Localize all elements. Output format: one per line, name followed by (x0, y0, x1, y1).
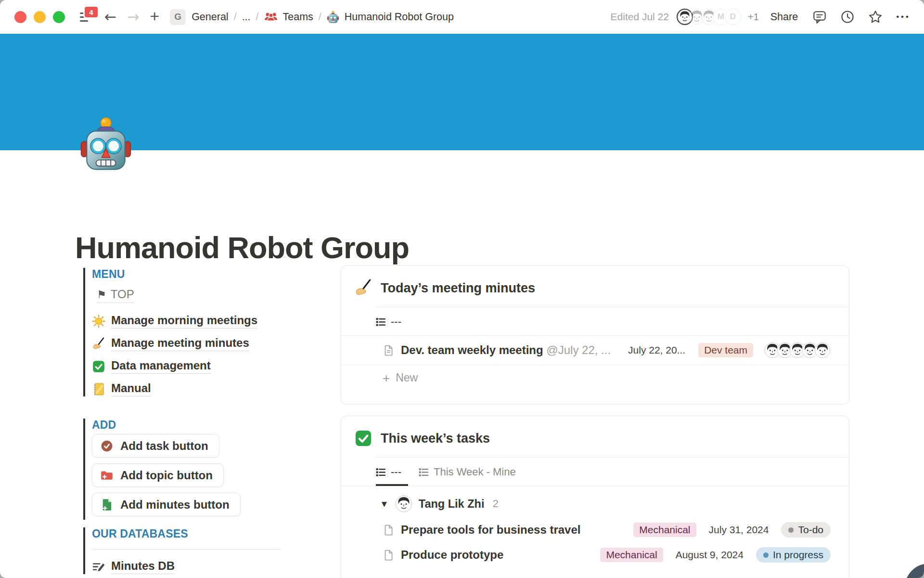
weekly-tasks-card: This week’s tasks --- This Week - Mine ▼… (341, 416, 849, 578)
add-button-label: Add topic button (120, 469, 213, 482)
add-topic-button[interactable]: Add topic button (92, 463, 224, 487)
breadcrumb-current-page[interactable]: Humanoid Robot Group (345, 11, 454, 23)
add-task-button[interactable]: Add task button (92, 434, 219, 458)
tab-default-view[interactable]: --- (376, 315, 401, 328)
meeting-date[interactable]: July 22, 20... (628, 344, 685, 356)
robot-page-icon-small (327, 11, 339, 24)
last-edited-label: Edited Jul 22 (611, 11, 669, 23)
back-icon[interactable]: ← (104, 10, 116, 24)
breadcrumb-separator: / (234, 11, 237, 23)
minimize-window-button[interactable] (34, 11, 46, 23)
avatar (395, 495, 412, 512)
databases-section: OUR DATABASES Minutes DB (83, 527, 326, 574)
task-title[interactable]: Produce prototype (401, 548, 588, 562)
category-tag[interactable]: Mechanical (633, 523, 696, 537)
app-window: 4 ← → + G General / ... / Teams (0, 0, 924, 578)
task-row-produce-prototype[interactable]: Produce prototype Mechanical August 9, 2… (341, 542, 849, 567)
tab-default-view[interactable]: --- (376, 466, 401, 478)
close-window-button[interactable] (14, 11, 26, 23)
forward-icon[interactable]: → (127, 10, 139, 24)
menu-link-top[interactable]: ⚑ TOP (97, 288, 134, 303)
menu-link-label: Manage meeting minutes (111, 336, 249, 351)
check-mark-icon (354, 429, 372, 447)
sidebar-toggle-icon[interactable]: 4 (78, 11, 93, 23)
plus-icon: + (383, 372, 390, 384)
status-badge[interactable]: To-do (781, 522, 831, 538)
avatar-letter: D (725, 9, 741, 25)
breadcrumb-separator: / (256, 11, 259, 23)
list-edit-icon (92, 560, 105, 574)
status-dot-icon (763, 552, 769, 558)
due-date[interactable]: July 31, 2024 (709, 524, 769, 536)
card-title: This week’s tasks (381, 431, 490, 446)
robot-page-icon[interactable] (78, 116, 134, 172)
flag-icon: ⚑ (97, 289, 106, 301)
breadcrumb-collapsed[interactable]: ... (242, 11, 251, 23)
add-minutes-button[interactable]: Add minutes button (92, 493, 241, 516)
breadcrumb: General / ... / Teams / Humanoid Ro (192, 11, 454, 24)
date-mention: @July 22, ... (546, 343, 611, 356)
page-icon (383, 344, 395, 356)
avatar (814, 342, 831, 358)
page-icon (383, 524, 395, 536)
task-title[interactable]: Prepare tools for business travel (401, 523, 621, 537)
writing-hand-icon (354, 279, 372, 297)
menu-heading: MENU (92, 268, 326, 281)
team-tag[interactable]: Dev team (698, 343, 753, 357)
traffic-lights (14, 11, 65, 23)
tab-this-week-mine[interactable]: This Week - Mine (419, 466, 516, 478)
breadcrumb-teams[interactable]: Teams (283, 11, 313, 23)
avatar-overflow-count[interactable]: +1 (748, 12, 759, 23)
menu-link-meeting-minutes[interactable]: Manage meeting minutes (92, 336, 326, 351)
tab-label: --- (391, 466, 401, 478)
breadcrumb-general[interactable]: General (192, 11, 229, 23)
collaborator-avatars[interactable]: M D (677, 9, 741, 25)
zoom-window-button[interactable] (53, 11, 65, 23)
minutes-view-tabs: --- (341, 307, 849, 336)
more-options-icon[interactable]: ••• (896, 12, 911, 22)
menu-link-label: Data management (111, 359, 211, 374)
meeting-minutes-header: Today’s meeting minutes (341, 266, 849, 307)
menu-link-data-management[interactable]: Data management (92, 359, 326, 374)
tab-label: This Week - Mine (434, 466, 516, 478)
notification-badge: 4 (83, 5, 99, 19)
card-title: Today’s meeting minutes (381, 281, 535, 296)
minutes-db-link[interactable]: Minutes DB (92, 559, 326, 574)
updates-clock-icon[interactable] (840, 10, 855, 24)
help-button[interactable] (905, 564, 924, 578)
category-tag[interactable]: Mechanical (600, 548, 663, 562)
status-badge[interactable]: In progress (756, 547, 831, 563)
attendee-avatars[interactable] (764, 342, 831, 358)
add-heading: ADD (92, 419, 326, 432)
weekly-tasks-header: This week’s tasks (341, 416, 849, 457)
menu-section: MENU ⚑ TOP Manage morning meetings (83, 268, 326, 396)
file-plus-icon (100, 498, 114, 512)
group-count: 2 (492, 498, 498, 510)
status-label: To-do (798, 524, 823, 536)
task-row-prepare-tools[interactable]: Prepare tools for business travel Mechan… (341, 517, 849, 542)
task-check-icon (100, 439, 114, 453)
check-mark-icon (92, 360, 105, 373)
page-title[interactable]: Humanoid Robot Group (75, 230, 409, 265)
new-page-icon[interactable]: + (150, 7, 159, 26)
group-header-tang-lik-zhi[interactable]: ▼ Tang Lik Zhi 2 (341, 486, 849, 517)
menu-link-morning-meetings[interactable]: Manage morning meetings (92, 314, 326, 328)
comments-icon[interactable] (812, 10, 827, 24)
new-meeting-button[interactable]: + New (341, 365, 849, 391)
workspace-icon[interactable]: G (170, 9, 186, 25)
sun-icon (92, 315, 105, 328)
status-label: In progress (773, 549, 823, 561)
add-section: ADD Add task button (83, 419, 326, 520)
database-link-label: Minutes DB (111, 559, 175, 574)
meeting-title[interactable]: Dev. team weekly meeting @July 22, ... (401, 343, 622, 357)
divider (92, 549, 281, 550)
due-date[interactable]: August 9, 2024 (676, 549, 744, 561)
meeting-row[interactable]: Dev. team weekly meeting @July 22, ... J… (341, 336, 849, 365)
share-button[interactable]: Share (770, 11, 798, 23)
writing-hand-icon (92, 337, 105, 351)
menu-link-manual[interactable]: Manual (92, 381, 326, 396)
page-cover[interactable] (0, 34, 924, 150)
notebook-icon (92, 382, 105, 396)
collapse-caret-icon[interactable]: ▼ (382, 500, 387, 508)
favorite-star-icon[interactable] (868, 10, 883, 24)
